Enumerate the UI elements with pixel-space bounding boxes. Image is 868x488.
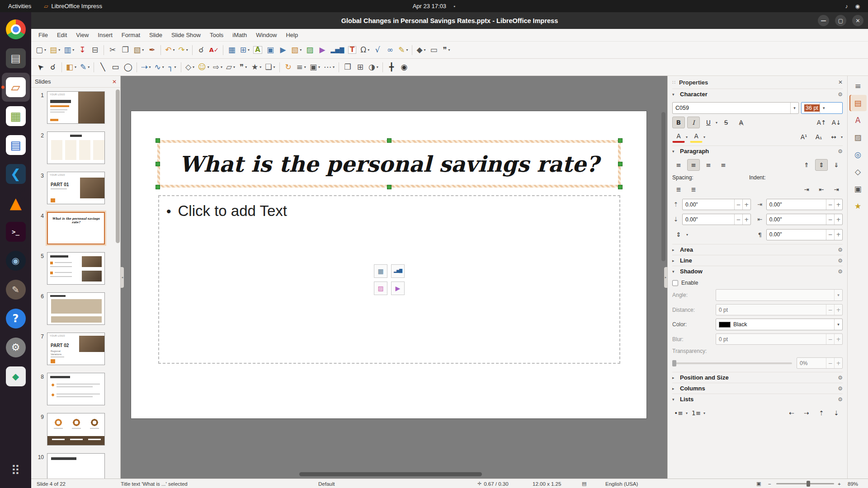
insert-audio-video[interactable]: ▶ [316, 43, 329, 57]
increase-spacing-button[interactable]: ≣ [672, 183, 685, 195]
justify-button[interactable]: ≡ [717, 159, 730, 171]
character-shadow-button[interactable]: A [735, 117, 747, 128]
panel-grip-icon[interactable]: ∷ [672, 80, 675, 85]
paste[interactable]: ▧ ▾ [132, 43, 146, 57]
selection-handle[interactable] [156, 185, 160, 189]
insert-fontwork[interactable]: T [346, 43, 359, 57]
google-chrome[interactable] [2, 15, 30, 44]
shadow-more-options-icon[interactable]: ⚙ [838, 268, 843, 275]
dropdown-caret-icon[interactable]: ▾ [820, 103, 828, 113]
promote-outline-button[interactable]: ⇠ [785, 407, 798, 419]
slide-thumbnail-3[interactable]: 3 YOUR LOGO PART 01 [31, 172, 120, 204]
align-center-button[interactable]: ≡ [687, 159, 700, 171]
shadow-distance-field[interactable]: 0 pt − + [716, 304, 843, 315]
italic-button[interactable]: I [687, 117, 700, 128]
horizontal-scrollbar[interactable] [299, 472, 482, 476]
star-shapes[interactable]: ★ ▾ [250, 61, 263, 74]
spacing-below-field[interactable]: 0.00" − + [682, 214, 751, 225]
help[interactable]: ? [2, 304, 30, 333]
slides-panel-close-icon[interactable]: ✕ [112, 79, 117, 85]
menu-view[interactable]: View [71, 29, 93, 41]
symbol-shapes[interactable]: ☺ ▾ [196, 61, 211, 74]
libreoffice-impress[interactable]: ▱ [2, 73, 30, 102]
glue-points[interactable]: ◉ [398, 61, 410, 74]
menu-file[interactable]: File [34, 29, 52, 41]
display-grid[interactable]: ▦ [226, 43, 238, 57]
copy[interactable]: ❐ [119, 43, 132, 57]
navigator-tab[interactable]: ◎ [849, 146, 867, 163]
focused-app-indicator[interactable]: ▱ LibreOffice Impress [39, 3, 107, 9]
zoom-and-pan[interactable]: ☌ [47, 61, 59, 74]
increase-font-size-button[interactable]: A↑ [815, 117, 828, 128]
selection-handle[interactable] [387, 138, 392, 143]
window-titlebar[interactable]: Global Changes in Personal Savings Rates… [31, 12, 868, 29]
slide-style-name[interactable]: Default [318, 479, 335, 488]
dropdown-caret-icon[interactable]: ▾ [834, 319, 842, 330]
line-spacing-button[interactable]: ⇕ [672, 229, 685, 240]
menu-help[interactable]: Help [281, 29, 302, 41]
decrement-icon[interactable]: − [826, 358, 834, 368]
left-panel-splitter[interactable]: ◂ [121, 267, 124, 288]
document-modified-icon[interactable]: ▤ [582, 479, 589, 488]
decrement-icon[interactable]: − [826, 214, 834, 225]
decrement-icon[interactable]: − [826, 199, 834, 210]
bold-button[interactable]: B [672, 117, 685, 128]
zoom-slider-thumb[interactable] [807, 481, 810, 487]
unordered-list-button[interactable]: •≡ [672, 407, 685, 419]
section-header-columns[interactable]: ▸ Columns ⚙ [672, 383, 843, 394]
slide-thumbnail-6[interactable]: 6 [31, 292, 120, 325]
menu-slide-show[interactable]: Slide Show [167, 29, 205, 41]
section-header-lists[interactable]: ▾ Lists ⚙ [672, 394, 843, 404]
selection-handle[interactable] [618, 138, 623, 143]
underline-options-icon[interactable]: ▾ [716, 121, 717, 125]
move-down-button[interactable]: ⇣ [830, 407, 843, 419]
decrement-icon[interactable]: − [734, 199, 742, 210]
insert-image-icon[interactable]: ▨ [374, 282, 387, 295]
font-color-button[interactable]: A [672, 131, 685, 143]
curves-and-polygons[interactable]: ∿ ▾ [153, 61, 166, 74]
section-header-shadow[interactable]: ▾ Shadow ⚙ [672, 266, 843, 277]
decrement-icon[interactable]: − [826, 230, 834, 240]
start-from-first-slide[interactable]: ▶ [277, 43, 289, 57]
insert-table[interactable]: ⊞ ▾ [238, 43, 251, 57]
export-as-pdf[interactable]: ↧ [76, 43, 89, 57]
selection-handle[interactable] [387, 185, 392, 189]
maximize-button[interactable]: ▢ [835, 15, 846, 26]
increase-indent-button[interactable]: ⇥ [800, 183, 813, 195]
clock[interactable]: Apr 23 17:03 [413, 3, 446, 9]
shadow-color-dropdown[interactable]: Black ▾ [716, 319, 843, 330]
slide-thumbnail-4[interactable]: 4 What is the personal savings rate? [31, 212, 120, 244]
columns-more-options-icon[interactable]: ⚙ [838, 385, 843, 392]
redo[interactable]: ↷ ▾ [177, 43, 190, 57]
gallery-tab[interactable]: ▨ [849, 129, 867, 145]
close-button[interactable]: ✕ [852, 15, 863, 26]
block-arrows[interactable]: ⇨ ▾ [211, 61, 224, 74]
shadow-transparency-slider[interactable] [672, 362, 792, 364]
menu-edit[interactable]: Edit [52, 29, 71, 41]
software-center[interactable]: ◆ [2, 362, 30, 391]
section-header-character[interactable]: ▾ Character ⚙ [672, 89, 843, 99]
decrement-icon[interactable]: − [826, 305, 834, 315]
menu-window[interactable]: Window [251, 29, 281, 41]
indent-after-field[interactable]: 0.00" − + [766, 214, 843, 225]
insert-formula[interactable]: √ [371, 43, 384, 57]
power-icon[interactable]: ◉ [855, 3, 860, 9]
cut[interactable]: ✂ [106, 43, 119, 57]
align-right-button[interactable]: ≡ [702, 159, 715, 171]
distribute[interactable]: ⋯ ▾ [322, 61, 336, 74]
increment-icon[interactable]: + [834, 214, 842, 225]
image-filter[interactable]: ◑ ▾ [367, 61, 380, 74]
content-placeholder[interactable]: • Click to add Text ▦ ▂▅▇ ▨ [158, 195, 620, 364]
shadow-blur-field[interactable]: 0 pt − + [716, 333, 843, 345]
print[interactable]: ⊟ [89, 43, 101, 57]
decrement-icon[interactable]: − [826, 334, 834, 344]
callout-shapes[interactable]: ❞ ▾ [237, 61, 250, 74]
open-file[interactable]: ▤ ▾ [48, 43, 62, 57]
character-spacing-button[interactable]: ↔ [827, 131, 840, 143]
volume-icon[interactable]: ♪ [845, 3, 848, 9]
libreoffice-writer[interactable]: ▤ [2, 131, 30, 160]
section-header-area[interactable]: ▸ Area ⚙ [672, 244, 843, 255]
increment-icon[interactable]: + [834, 199, 842, 210]
increment-icon[interactable]: + [742, 199, 750, 210]
selection-handle[interactable] [156, 162, 160, 166]
